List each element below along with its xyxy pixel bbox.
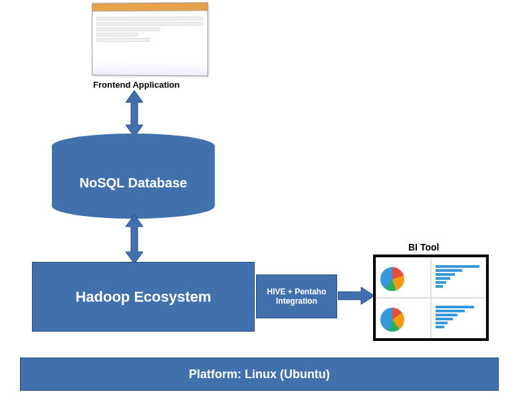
browser-content: [92, 11, 207, 48]
pie-chart-icon: [380, 308, 404, 332]
bi-tool-label: BI Tool: [408, 242, 439, 253]
frontend-app-thumbnail: [92, 2, 208, 76]
svg-marker-2: [338, 287, 374, 304]
architecture-diagram: Frontend Application NoSQL Database Hado…: [0, 0, 526, 420]
frontend-label: Frontend Application: [93, 80, 180, 90]
platform-label: Platform: Linux (Ubuntu): [189, 368, 330, 381]
bi-chart-bars-1: [431, 257, 486, 298]
bi-chart-pie-2: [376, 298, 431, 338]
hive-pentaho-box: HIVE + Pentaho Integration: [256, 274, 337, 318]
hadoop-label: Hadoop Ecosystem: [75, 288, 211, 306]
bi-tool-dashboard: [373, 255, 489, 341]
browser-chrome: [92, 3, 207, 11]
bidirectional-arrow-icon: [124, 215, 144, 266]
hadoop-ecosystem-box: Hadoop Ecosystem: [32, 262, 255, 332]
platform-bar: Platform: Linux (Ubuntu): [20, 358, 499, 391]
hive-label: HIVE + Pentaho Integration: [257, 287, 336, 306]
svg-marker-1: [126, 215, 143, 264]
bi-chart-bars-2: [431, 298, 486, 338]
pie-chart-icon: [380, 267, 404, 291]
nosql-database-cylinder: NoSQL Database: [52, 134, 215, 219]
bidirectional-arrow-icon: [124, 90, 144, 140]
svg-marker-0: [126, 90, 143, 137]
right-arrow-icon: [338, 286, 374, 308]
nosql-label: NoSQL Database: [52, 175, 215, 191]
bi-chart-pie-1: [376, 257, 431, 298]
